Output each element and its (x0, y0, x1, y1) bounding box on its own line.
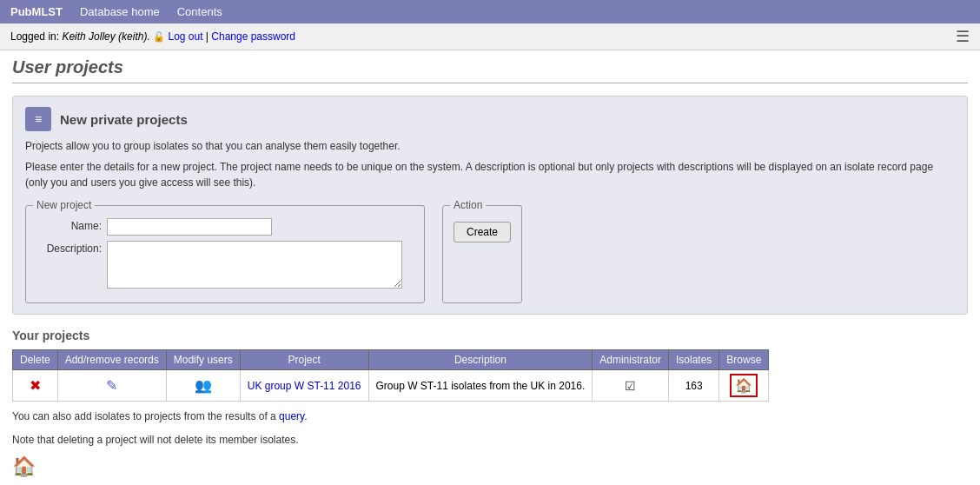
table-header: Delete Add/remove records Modify users P… (13, 350, 769, 370)
users-icon[interactable]: 👥 (195, 378, 212, 393)
top-navigation: PubMLST Database home Contents (0, 0, 980, 23)
section-header: ≡ New private projects (25, 107, 955, 131)
query-link[interactable]: query (279, 410, 304, 422)
desc2: Please enter the details for a new proje… (25, 159, 955, 190)
description-label: Description: (36, 241, 102, 255)
new-project-legend: New project (33, 199, 95, 211)
new-project-fieldset: New project Name: Description: (25, 199, 425, 303)
name-label: Name: (36, 218, 102, 232)
projects-table: Delete Add/remove records Modify users P… (12, 349, 769, 402)
description-textarea[interactable] (107, 241, 402, 289)
note1: You can also add isolates to projects fr… (12, 409, 968, 425)
cell-project: UK group W ST-11 2016 (240, 370, 368, 402)
delete-icon[interactable]: ✖ (30, 378, 41, 393)
cell-delete: ✖ (13, 370, 58, 402)
change-password-link[interactable]: Change password (211, 30, 295, 43)
col-description: Description (368, 350, 593, 370)
create-button[interactable]: Create (454, 222, 511, 242)
check-icon: ☑ (625, 379, 636, 393)
new-project-form: New project Name: Description: Action Cr… (25, 199, 955, 303)
name-input[interactable] (107, 218, 272, 236)
hamburger-icon[interactable]: ☰ (956, 27, 970, 46)
your-projects-section: Your projects Delete Add/remove records … (12, 329, 968, 478)
page-title: User projects (12, 57, 968, 83)
section-title: New private projects (60, 112, 188, 127)
logged-in-prefix: Logged in: (10, 30, 62, 43)
project-link[interactable]: UK group W ST-11 2016 (248, 380, 361, 392)
edit-icon[interactable]: ✎ (106, 378, 117, 393)
col-browse: Browse (719, 350, 769, 370)
footer-home[interactable]: 🏠 (12, 455, 968, 478)
action-fieldset: Action Create (442, 199, 522, 303)
brand-label: PubMLST (10, 5, 63, 18)
cell-browse: 🏠 (719, 370, 769, 402)
col-administrator: Administrator (593, 350, 669, 370)
cell-modify-users: 👥 (166, 370, 240, 402)
login-bar: Logged in: Keith Jolley (keith). 🔓 Log o… (0, 23, 980, 50)
cell-add-remove: ✎ (57, 370, 166, 402)
browse-icon: 🏠 (735, 377, 752, 394)
col-isolates: Isolates (668, 350, 718, 370)
action-legend: Action (450, 199, 486, 211)
nav-database-home[interactable]: Database home (80, 5, 160, 18)
col-modify-users: Modify users (166, 350, 240, 370)
name-row: Name: (36, 218, 414, 236)
logout-link[interactable]: Log out (168, 30, 202, 43)
desc1: Projects allow you to group isolates so … (25, 138, 955, 154)
cell-isolates: 163 (668, 370, 718, 402)
table-body: ✖ ✎ 👥 UK group W ST-11 2016 Group W ST-1… (13, 370, 769, 402)
browse-button[interactable]: 🏠 (730, 374, 758, 397)
description-row: Description: (36, 241, 414, 289)
section-icon: ≡ (25, 107, 51, 131)
logged-in-user: Keith Jolley (keith). (62, 30, 149, 43)
page-content: User projects ≡ New private projects Pro… (0, 50, 980, 485)
header-row: Delete Add/remove records Modify users P… (13, 350, 769, 370)
your-projects-title: Your projects (12, 329, 968, 342)
note2: Note that deleting a project will not de… (12, 432, 968, 448)
home-icon: 🏠 (12, 455, 36, 477)
col-project: Project (240, 350, 368, 370)
cell-description: Group W ST-11 isolates from the UK in 20… (368, 370, 593, 402)
logout-icon: 🔓 (153, 31, 165, 42)
table-row: ✖ ✎ 👥 UK group W ST-11 2016 Group W ST-1… (13, 370, 769, 402)
nav-contents[interactable]: Contents (177, 5, 222, 18)
new-projects-section: ≡ New private projects Projects allow yo… (12, 96, 968, 315)
col-add-remove: Add/remove records (57, 350, 166, 370)
col-delete: Delete (13, 350, 58, 370)
cell-administrator: ☑ (593, 370, 669, 402)
